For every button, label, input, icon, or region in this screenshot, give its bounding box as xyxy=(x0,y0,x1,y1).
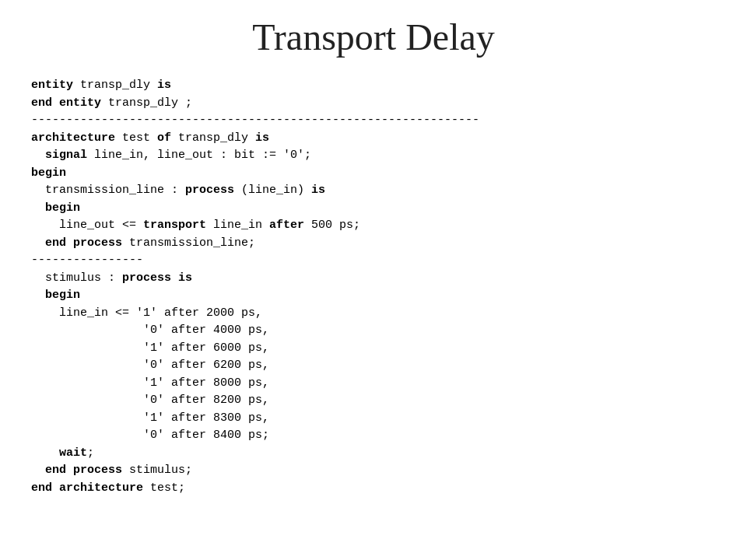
keyword: process xyxy=(73,464,122,477)
code-line: '0' after 4000 ps, xyxy=(31,322,716,340)
code-line: ----------------------------------------… xyxy=(31,112,716,130)
keyword: signal xyxy=(45,149,87,162)
code-line: begin xyxy=(31,287,716,305)
keyword: architecture xyxy=(59,481,143,495)
keyword: after xyxy=(269,219,304,232)
code-line: end process transmission_line; xyxy=(31,235,716,253)
code-line: signal line_in, line_out : bit := '0'; xyxy=(31,147,716,165)
keyword: wait xyxy=(59,446,87,460)
keyword: is xyxy=(157,79,171,92)
code-line: wait; xyxy=(31,445,716,463)
page-title: Transport Delay xyxy=(31,16,716,58)
code-line: line_in <= '1' after 2000 ps, xyxy=(31,305,716,323)
keyword: architecture xyxy=(31,131,115,145)
code-line: stimulus : process is xyxy=(31,270,716,288)
code-line: end entity transp_dly ; xyxy=(31,95,716,113)
keyword: begin xyxy=(45,289,80,302)
keyword: of xyxy=(157,131,171,145)
code-line: ---------------- xyxy=(31,252,716,270)
code-line: entity transp_dly is xyxy=(31,77,716,95)
code-line: transmission_line : process (line_in) is xyxy=(31,182,716,200)
keyword: end xyxy=(31,481,52,495)
keyword: process xyxy=(185,184,234,197)
code-line: architecture test of transp_dly is xyxy=(31,130,716,148)
keyword: end xyxy=(31,96,52,110)
keyword: begin xyxy=(45,201,80,215)
page-container: Transport Delay entity transp_dly isend … xyxy=(0,0,747,560)
keyword: begin xyxy=(31,166,66,180)
code-line: '0' after 8200 ps, xyxy=(31,392,716,410)
code-line: end architecture test; xyxy=(31,480,716,498)
keyword: entity xyxy=(31,79,73,92)
code-line: '1' after 8000 ps, xyxy=(31,375,716,393)
keyword: is xyxy=(255,131,269,145)
code-line: '0' after 8400 ps; xyxy=(31,427,716,445)
code-line: line_out <= transport line_in after 500 … xyxy=(31,217,716,235)
code-line: '1' after 8300 ps, xyxy=(31,410,716,428)
code-line: '0' after 6200 ps, xyxy=(31,357,716,375)
code-line: end process stimulus; xyxy=(31,462,716,480)
code-line: begin xyxy=(31,200,716,218)
code-line: begin xyxy=(31,165,716,183)
keyword: transport xyxy=(143,219,206,232)
keyword: end xyxy=(45,464,66,477)
keyword: process xyxy=(73,236,122,250)
code-line: '1' after 6000 ps, xyxy=(31,340,716,358)
keyword: is xyxy=(178,271,192,285)
keyword: is xyxy=(311,184,325,197)
code-block: entity transp_dly isend entity transp_dl… xyxy=(31,77,716,497)
keyword: process xyxy=(122,271,171,285)
keyword: entity xyxy=(59,96,101,110)
keyword: end xyxy=(45,236,66,250)
